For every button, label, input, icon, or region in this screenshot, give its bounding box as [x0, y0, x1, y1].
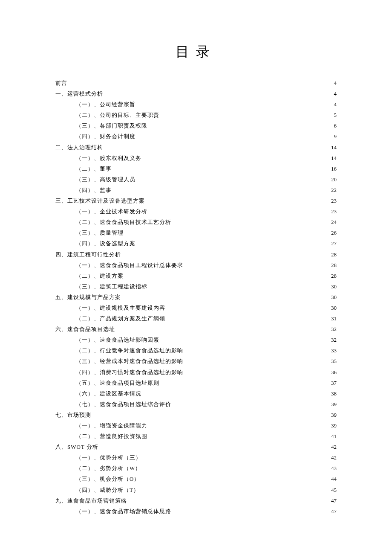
- toc-entry-page: 28: [329, 250, 337, 259]
- toc-entry: （四）、设备选型方案27: [55, 239, 337, 248]
- toc-entry-page: 45: [329, 485, 337, 495]
- toc-entry: （一）、企业技术研发分析23: [55, 207, 337, 216]
- toc-entry: （三）、机会分析（O）44: [55, 474, 337, 484]
- toc-entry-page: 39: [329, 410, 337, 420]
- toc-entry-page: 36: [329, 368, 337, 377]
- toc-entry: （四）、财务会计制度9: [55, 132, 337, 141]
- toc-entry-page: 35: [329, 357, 337, 366]
- toc-entry-label: （一）、建设规模及主要建设内容: [76, 303, 165, 313]
- toc-entry-page: 20: [329, 175, 337, 184]
- toc-entry-label: （二）、公司的目标、主要职责: [76, 110, 159, 120]
- toc-entry-page: 30: [329, 282, 337, 291]
- toc-entry-label: （三）、各部门职责及权限: [76, 121, 147, 131]
- toc-entry-label: 四、建筑工程可行性分析: [55, 250, 121, 259]
- toc-entry-label: （一）、增强资金保障能力: [76, 421, 147, 430]
- toc-entry: （二）、营造良好投资氛围41: [55, 432, 337, 441]
- toc-entry-page: 4: [332, 78, 337, 88]
- toc-entry: 二、法人治理结构14: [55, 143, 337, 152]
- toc-entry-label: （二）、董事: [76, 164, 112, 174]
- toc-entry-label: （二）、产品规划方案及生产纲领: [76, 314, 165, 323]
- toc-entry-page: 42: [329, 453, 337, 462]
- toc-entry-label: （一）、企业技术研发分析: [76, 207, 147, 216]
- toc-entry-label: 九、速食食品市场营销策略: [55, 496, 127, 506]
- toc-entry-label: （一）、速食食品项目工程设计总体要求: [76, 261, 183, 270]
- toc-entry-page: 28: [329, 271, 337, 281]
- toc-entry-page: 41: [329, 432, 337, 441]
- toc-entry-label: （二）、速食食品项目技术工艺分析: [76, 218, 171, 227]
- toc-entry-label: （三）、经营成本对速食食品选址的影响: [76, 357, 183, 366]
- toc-entry-label: （二）、营造良好投资氛围: [76, 432, 147, 441]
- toc-entry-page: 30: [329, 293, 337, 302]
- toc-entry-label: （六）、建设区基本情况: [76, 389, 141, 398]
- toc-entry-label: 二、法人治理结构: [55, 143, 103, 152]
- toc-entry-page: 6: [332, 121, 337, 131]
- toc-entry-label: （一）、优势分析（三）: [76, 453, 141, 462]
- toc-entry: （一）、速食食品选址影响因素32: [55, 335, 337, 345]
- toc-entry-label: 一、运营模式分析: [55, 89, 103, 99]
- toc-entry: （七）、速食食品项目选址综合评价39: [55, 400, 337, 409]
- toc-entry: （三）、质量管理26: [55, 228, 337, 238]
- toc-entry-label: 五、建设规模与产品方案: [55, 293, 121, 302]
- toc-entry-label: （一）、股东权利及义务: [76, 154, 141, 163]
- toc-entry-page: 22: [329, 186, 337, 195]
- toc-entry: （一）、速食食品项目工程设计总体要求28: [55, 261, 337, 270]
- toc-entry-label: （一）、速食食品市场营销总体思路: [76, 507, 171, 516]
- toc-entry-page: 9: [332, 132, 337, 141]
- toc-entry-page: 44: [329, 474, 337, 484]
- toc-entry: （五）、速食食品项目选址原则37: [55, 378, 337, 388]
- toc-entry-page: 24: [329, 218, 337, 227]
- toc-entry-label: （四）、财务会计制度: [76, 132, 135, 141]
- toc-entry: 六、速食食品项目选址32: [55, 325, 337, 334]
- toc-entry-page: 32: [329, 325, 337, 334]
- toc-entry-page: 5: [332, 110, 337, 120]
- toc-entry-page: 16: [329, 164, 337, 174]
- toc-entry-label: （三）、建筑工程建设指标: [76, 282, 147, 291]
- toc-entry-label: 七、市场预测: [55, 410, 91, 420]
- toc-entry: （一）、速食食品市场营销总体思路47: [55, 507, 337, 516]
- toc-entry-page: 4: [332, 100, 337, 109]
- toc-entry-page: 31: [329, 314, 337, 323]
- toc-entry: （一）、建设规模及主要建设内容30: [55, 303, 337, 313]
- toc-entry-label: （四）、消费习惯对速食食品选址的影响: [76, 368, 183, 377]
- toc-entry-label: （五）、速食食品项目选址原则: [76, 378, 159, 388]
- toc-entry-label: （二）、劣势分析（W）: [76, 464, 141, 473]
- toc-entry-label: （一）、速食食品选址影响因素: [76, 335, 159, 345]
- toc-entry-label: （三）、机会分析（O）: [76, 474, 140, 484]
- toc-entry-label: （三）、质量管理: [76, 228, 124, 238]
- toc-entry-page: 39: [329, 400, 337, 409]
- toc-entry-label: （二）、建设方案: [76, 271, 124, 281]
- toc-entry-page: 37: [329, 378, 337, 388]
- toc-entry: （二）、建设方案28: [55, 271, 337, 281]
- toc-entry: 八、SWOT 分析42: [55, 442, 337, 452]
- toc-entry: （二）、产品规划方案及生产纲领31: [55, 314, 337, 323]
- toc-entry-page: 33: [329, 346, 337, 355]
- toc-entry: （一）、优势分析（三）42: [55, 453, 337, 462]
- toc-entry: （二）、速食食品项目技术工艺分析24: [55, 218, 337, 227]
- toc-entry: 七、市场预测39: [55, 410, 337, 420]
- toc-entry-page: 23: [329, 207, 337, 216]
- toc-entry-label: （二）、行业竞争对速食食品选址的影响: [76, 346, 183, 355]
- toc-entry-label: 八、SWOT 分析: [55, 442, 98, 452]
- toc-entry: （三）、经营成本对速食食品选址的影响35: [55, 357, 337, 366]
- toc-entry: （三）、高级管理人员20: [55, 175, 337, 184]
- toc-entry: 九、速食食品市场营销策略47: [55, 496, 337, 506]
- toc-entry: 一、运营模式分析4: [55, 89, 337, 99]
- toc-entry: （一）、股东权利及义务14: [55, 154, 337, 163]
- toc-entry-page: 23: [329, 196, 337, 206]
- toc-entry-page: 14: [329, 154, 337, 163]
- toc-entry: 三、工艺技术设计及设备选型方案23: [55, 196, 337, 206]
- toc-entry: （二）、行业竞争对速食食品选址的影响33: [55, 346, 337, 355]
- toc-entry: （四）、消费习惯对速食食品选址的影响36: [55, 368, 337, 377]
- toc-entry-page: 43: [329, 464, 337, 473]
- toc-entry-label: （四）、威胁分析（T）: [76, 485, 139, 495]
- toc-entry: 前言4: [55, 78, 337, 88]
- toc-entry: （一）、增强资金保障能力39: [55, 421, 337, 430]
- toc-entry-page: 38: [329, 389, 337, 398]
- toc-entry: （三）、建筑工程建设指标30: [55, 282, 337, 291]
- toc-entry-page: 47: [329, 507, 337, 516]
- toc-entry: （二）、董事16: [55, 164, 337, 174]
- document-title: 目录: [55, 43, 337, 61]
- toc-entry-page: 32: [329, 335, 337, 345]
- toc-entry: （二）、公司的目标、主要职责5: [55, 110, 337, 120]
- toc-entry-page: 39: [329, 421, 337, 430]
